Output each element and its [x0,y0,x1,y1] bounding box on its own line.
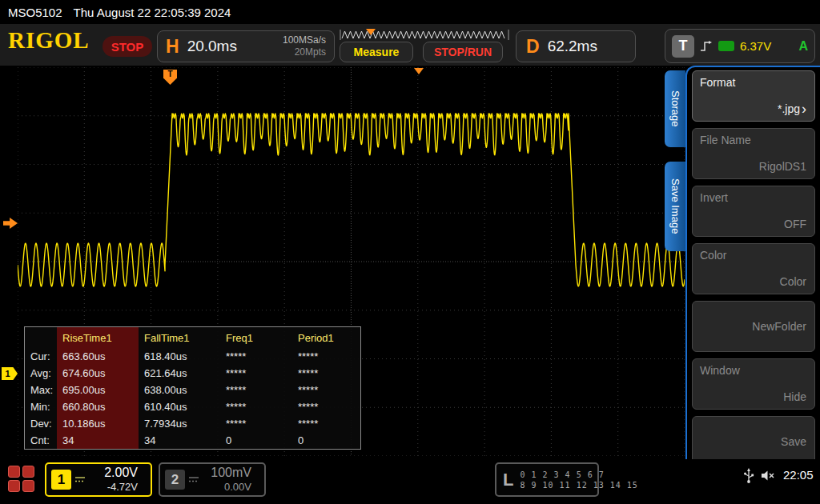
measurement-value: 0 [292,432,360,449]
delay-settings-button[interactable]: D 62.2ms [516,30,636,62]
memory-depth: 20Mpts [283,46,326,58]
usb-icon [743,468,754,484]
channel1-values: 2.00V -4.72V [85,466,144,494]
measurement-value: ***** [292,348,360,365]
measurement-row-label: Cnt: [25,432,57,449]
menu-item-new-folder[interactable]: NewFolder [692,301,815,352]
trigger-level-marker[interactable] [3,218,18,229]
format-value: *.jpg [778,102,800,115]
trigger-settings-button[interactable]: T 6.37V A [665,29,815,63]
measurement-value: ***** [292,415,360,432]
channel1-badge: 1 [51,470,71,490]
menu-item-value: Hide [783,390,806,403]
menu-item-file-name[interactable]: File Name RigolDS1 [692,128,815,179]
trigger-source-badge [718,41,734,51]
measurement-column-header: Period1 [292,327,360,348]
measurement-row-label: Dev: [25,415,57,432]
digital-row-high: 8 9 10 11 12 13 14 15 [520,480,637,490]
horizontal-label: H [166,36,179,58]
menu-item-label: File Name [700,134,751,146]
tab-storage[interactable]: Storage [665,70,685,147]
measurement-value: ***** [220,398,292,415]
menu-item-format[interactable]: Format *.jpg › [692,70,815,122]
model-name: MSO5102 [8,6,62,19]
menu-grid-button[interactable] [8,466,34,492]
status-bar: MSO5102 Thu August 22 22:05:39 2024 [0,0,820,24]
measurement-row-label: Max: [25,382,57,398]
stop-run-button[interactable]: STOP/RUN [423,42,503,62]
horizontal-settings-button[interactable]: H 20.0ms 100MSa/s 20Mpts [157,30,335,62]
tab-save-image[interactable]: Save Image [665,162,685,251]
menu-item-label: Invert [700,191,728,204]
menu-item-window[interactable]: Window Hide [692,358,815,410]
horizontal-position-indicator[interactable] [340,29,509,42]
delay-value: 62.2ms [548,38,597,55]
channel2-badge: 2 [165,470,185,490]
menu-item-value: Color [780,275,806,288]
menu-item-value: RigolDS1 [759,160,806,173]
measurement-panel: RiseTime1 FallTime1 Freq1 Period1 Cur: 6… [24,326,361,450]
digital-channel-numbers: 0 1 2 3 4 5 6 7 8 9 10 11 12 13 14 15 [520,470,637,490]
channel1-scale: 2.00V [104,466,138,480]
measurement-value: 674.60us [57,365,139,382]
channel1-button[interactable]: 1 2.00V -4.72V [45,462,152,497]
digital-channels-button[interactable]: L 0 1 2 3 4 5 6 7 8 9 10 11 12 13 14 15 [495,462,599,497]
chevron-right-icon: › [802,103,806,114]
measurement-value: 34 [57,432,139,449]
channel2-scale: 100mV [211,466,251,480]
measurement-value: ***** [292,382,360,398]
measurement-column-header: Freq1 [220,327,292,348]
grid-cell [8,466,20,478]
menu-item-label: Window [700,364,740,377]
measurement-value: ***** [220,365,292,382]
measurement-value: ***** [220,348,292,365]
acquisition-status-badge: STOP [102,36,152,57]
channel2-offset: 0.00V [224,480,251,494]
rigol-logo: RIGOL [8,27,90,54]
save-image-menu: Format *.jpg › File Name RigolDS1 Invert… [685,66,820,474]
trigger-sweep-mode: A [798,39,808,54]
measurement-value: ***** [292,398,360,415]
trigger-level-value: 6.37V [740,39,771,53]
measurement-value: 660.80us [57,398,139,415]
measurement-value: 638.00us [139,382,220,398]
trigger-label: T [672,35,694,58]
delay-label: D [526,36,540,58]
measurement-value: 34 [139,432,220,449]
menu-item-value: *.jpg › [778,102,806,115]
measurement-value: ***** [220,382,292,398]
menu-item-label: Format [700,76,735,89]
trigger-slope-icon [700,41,713,52]
measurement-row-label: Min: [25,398,57,415]
measurement-column-header: FallTime1 [139,327,220,348]
datetime-text: Thu August 22 22:05:39 2024 [74,6,231,19]
measurement-value: 10.186us [57,415,139,432]
menu-item-color[interactable]: Color Color [692,243,815,294]
measurement-value: 621.64us [139,365,220,382]
grid-cell [8,480,20,492]
digital-label: L [503,470,513,490]
menu-item-invert[interactable]: Invert OFF [692,186,815,237]
channel2-values: 100mV 0.00V [199,466,258,494]
acquisition-info: 100MSa/s 20Mpts [283,34,326,58]
measurement-column-header: RiseTime1 [57,327,139,348]
speaker-mute-icon[interactable] [761,470,775,482]
channel2-button[interactable]: 2 100mV 0.00V [159,462,266,497]
grid-cell [22,480,34,492]
dc-coupling-icon [189,476,199,483]
channel1-ground-marker[interactable]: 1 [2,367,18,380]
measurement-value: 618.40us [139,348,220,365]
measurement-row-label: Avg: [25,365,57,382]
measurement-value: 0 [220,432,292,449]
measurement-value: ***** [292,365,360,382]
measurement-value: 663.60us [57,348,139,365]
clock-text: 22:05 [783,468,814,482]
measurement-value: 610.40us [139,398,220,415]
menu-item-value: OFF [784,218,806,230]
menu-item-value: Save [781,435,806,448]
channel1-offset: -4.72V [107,480,138,494]
menu-item-label: Color [700,249,726,262]
measure-button[interactable]: Measure [340,42,413,62]
header-toolbar: RIGOL STOP H 20.0ms 100MSa/s 20Mpts Meas… [0,24,820,66]
digital-row-low: 0 1 2 3 4 5 6 7 [520,470,637,480]
